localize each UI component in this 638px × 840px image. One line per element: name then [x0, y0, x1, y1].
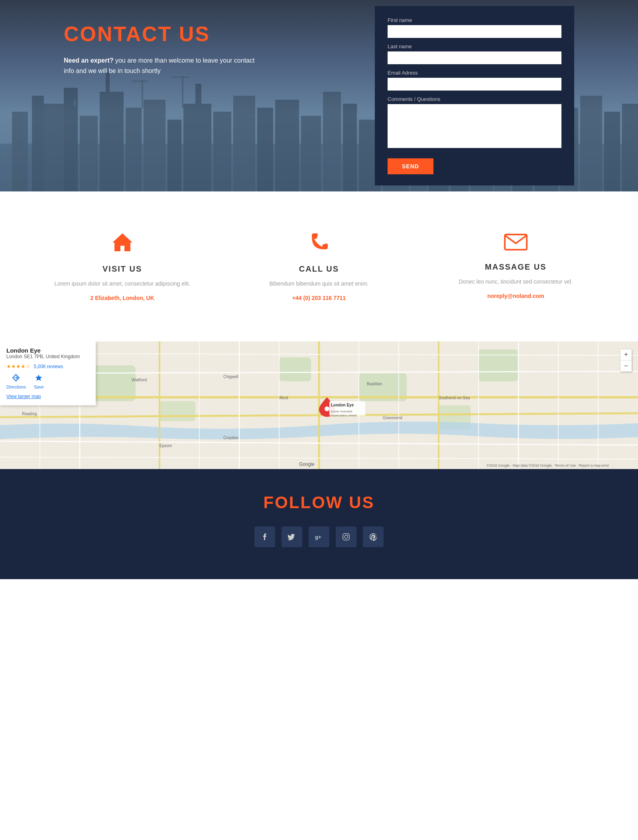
- directions-button[interactable]: Directions: [6, 374, 26, 389]
- save-button[interactable]: Save: [34, 374, 44, 389]
- hero-description: Need an expert? you are more than welcom…: [64, 55, 263, 76]
- zoom-out-button[interactable]: −: [620, 361, 632, 372]
- svg-text:observation wheel: observation wheel: [331, 414, 357, 417]
- svg-point-68: [325, 406, 329, 411]
- map-svg: London Eye Iconic riverside observation …: [0, 341, 638, 469]
- social-icons-row: g+: [24, 526, 614, 547]
- visit-us-desc: Lorem ipsum dolor sit amet, consectetur …: [48, 279, 197, 288]
- svg-text:Reading: Reading: [22, 412, 37, 416]
- comments-group: Comments / Questions: [388, 96, 561, 150]
- svg-rect-44: [478, 349, 518, 381]
- svg-text:Chigwell: Chigwell: [223, 375, 238, 379]
- first-name-label: First name: [388, 17, 561, 23]
- svg-rect-42: [279, 357, 311, 381]
- call-us-title: CALL US: [244, 264, 393, 274]
- map-location-title: London Eye: [6, 347, 89, 354]
- visit-us-card: VISIT US Lorem ipsum dolor sit amet, con…: [24, 223, 221, 310]
- map-stars: ★★★★☆: [6, 363, 30, 369]
- svg-point-87: [345, 535, 348, 538]
- google-plus-button[interactable]: g+: [309, 526, 329, 547]
- call-us-card: CALL US Bibendum bibendum quis sit amet …: [221, 223, 417, 310]
- svg-rect-45: [160, 401, 195, 421]
- svg-rect-86: [343, 534, 349, 540]
- first-name-group: First name: [388, 17, 561, 38]
- last-name-group: Last name: [388, 43, 561, 64]
- email-group: Email Adress: [388, 70, 561, 91]
- massage-us-link[interactable]: noreply@noland.com: [487, 293, 544, 299]
- svg-text:Iconic riverside: Iconic riverside: [331, 410, 352, 413]
- last-name-input[interactable]: [388, 51, 561, 64]
- call-us-link[interactable]: +44 (0) 203 116 7711: [292, 295, 346, 301]
- hero-text-block: CONTACT US Need an expert? you are more …: [64, 6, 263, 76]
- map-reviews-link[interactable]: 5,006 reviews: [33, 364, 63, 369]
- hero-desc-bold: Need an expert?: [64, 57, 113, 64]
- email-label: Email Adress: [388, 70, 561, 76]
- comments-label: Comments / Questions: [388, 96, 561, 102]
- map-rating-row: ★★★★☆ 5,006 reviews: [6, 363, 89, 370]
- massage-us-card: MASSAGE US Donec leo nunc, tincidunt sed…: [417, 223, 614, 310]
- twitter-button[interactable]: [282, 526, 302, 547]
- visit-us-link[interactable]: 2 Elizabeth, London, UK: [91, 295, 154, 301]
- visit-us-title: VISIT US: [48, 264, 197, 274]
- email-input[interactable]: [388, 78, 561, 91]
- facebook-button[interactable]: [254, 526, 275, 547]
- save-label: Save: [34, 385, 44, 389]
- svg-text:Basildon: Basildon: [367, 382, 382, 386]
- instagram-button[interactable]: [336, 526, 356, 547]
- follow-title: FOLLOW US: [24, 493, 614, 512]
- svg-text:Croydon: Croydon: [223, 436, 238, 440]
- zoom-in-button[interactable]: +: [620, 349, 632, 361]
- svg-text:Southend-on-Sea: Southend-on-Sea: [439, 396, 470, 400]
- comments-textarea[interactable]: [388, 104, 561, 148]
- svg-text:Watford: Watford: [132, 377, 147, 382]
- follow-section: FOLLOW US g+: [0, 469, 638, 579]
- first-name-input[interactable]: [388, 25, 561, 38]
- svg-point-88: [348, 535, 349, 536]
- envelope-icon: [441, 231, 590, 256]
- call-us-desc: Bibendum bibendum quis sit amet enim.: [244, 279, 393, 288]
- massage-us-title: MASSAGE US: [441, 262, 590, 272]
- info-section: VISIT US Lorem ipsum dolor sit amet, con…: [0, 191, 638, 341]
- svg-text:g+: g+: [315, 534, 321, 540]
- directions-label: Directions: [6, 385, 26, 389]
- pinterest-button[interactable]: [363, 526, 384, 547]
- last-name-label: Last name: [388, 43, 561, 49]
- map-action-buttons: Directions Save: [6, 374, 89, 389]
- star-icon: [35, 374, 43, 384]
- hero-section: CONTACT US Need an expert? you are more …: [0, 0, 638, 191]
- directions-icon: [12, 374, 20, 384]
- svg-text:Google: Google: [299, 461, 315, 467]
- map-background: London Eye Iconic riverside observation …: [0, 341, 638, 469]
- house-icon: [48, 231, 197, 258]
- map-info-panel: London Eye London SE1 7PB, United Kingdo…: [0, 341, 96, 405]
- contact-form: First name Last name Email Adress Commen…: [375, 6, 574, 185]
- page-title: CONTACT US: [64, 22, 263, 46]
- view-larger-map-link[interactable]: View larger map: [6, 394, 41, 399]
- send-button[interactable]: SEND: [388, 158, 433, 174]
- svg-text:©2016 Google · Map data ©2016 : ©2016 Google · Map data ©2016 Google · T…: [486, 463, 609, 467]
- map-location-address: London SE1 7PB, United Kingdom: [6, 354, 89, 359]
- map-zoom-controls: + −: [620, 349, 632, 372]
- phone-icon: [244, 231, 393, 258]
- svg-text:Epsom: Epsom: [160, 444, 172, 448]
- svg-text:Gravesend: Gravesend: [383, 416, 402, 420]
- svg-text:London Eye: London Eye: [331, 403, 354, 407]
- svg-text:Ilford: Ilford: [279, 396, 288, 400]
- massage-us-desc: Donec leo nunc, tincidunt sed consectetu…: [441, 277, 590, 286]
- map-section: London Eye Iconic riverside observation …: [0, 341, 638, 469]
- hero-content: CONTACT US Need an expert? you are more …: [0, 0, 638, 191]
